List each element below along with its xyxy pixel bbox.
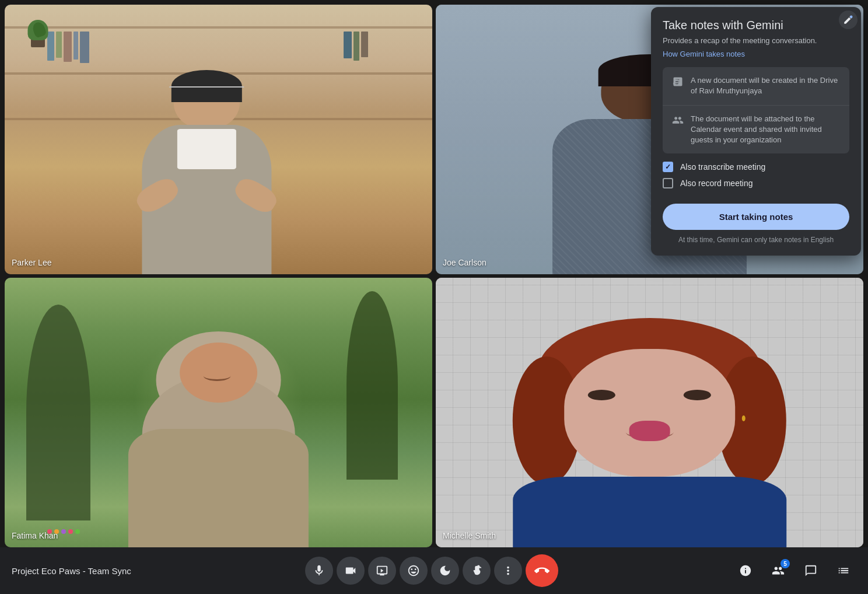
participant-name-fatima: Fatima Khan [12, 531, 58, 540]
gemini-panel-subtitle: Provides a recap of the meeting conversa… [663, 36, 849, 46]
drive-icon [672, 76, 684, 88]
more-options-icon [502, 564, 514, 577]
mic-button[interactable] [305, 557, 333, 585]
fatima-bg [5, 278, 432, 547]
activities-icon [837, 564, 850, 577]
raise-hand-button[interactable] [463, 557, 491, 585]
people-button[interactable]: 5 [765, 558, 791, 583]
video-area: Parker Lee [0, 0, 868, 547]
raise-hand-icon [470, 564, 483, 577]
effects-icon [439, 564, 452, 577]
info-cards: A new document will be created in the Dr… [663, 67, 849, 153]
meeting-info-button[interactable] [733, 558, 758, 583]
gemini-icon-button[interactable] [839, 11, 858, 29]
video-cell-michelle: Michelle Smith [436, 278, 863, 547]
end-call-icon [534, 563, 550, 578]
checkbox-transcribe-row[interactable]: ✓ Also transcribe meeting [663, 162, 849, 172]
bottom-controls [131, 554, 733, 587]
bottom-bar: Project Eco Paws - Team Sync [0, 547, 868, 594]
checkboxes: ✓ Also transcribe meeting Also record me… [663, 162, 849, 188]
info-card-drive: A new document will be created in the Dr… [663, 67, 849, 104]
effects-button[interactable] [431, 557, 459, 585]
mic-icon [313, 564, 326, 577]
end-call-button[interactable] [526, 554, 558, 587]
video-cell-fatima: Fatima Khan [5, 278, 432, 547]
emoji-button[interactable] [400, 557, 428, 585]
info-icon [739, 564, 752, 577]
chat-icon [804, 564, 817, 577]
chat-button[interactable] [798, 558, 824, 583]
more-options-button[interactable] [494, 557, 522, 585]
info-card-drive-text: A new document will be created in the Dr… [691, 75, 840, 96]
checkbox-transcribe-box[interactable]: ✓ [663, 162, 673, 172]
michelle-bg [436, 278, 863, 547]
participant-name-parker: Parker Lee [12, 258, 51, 267]
parker-bg [5, 5, 432, 274]
bottom-right-controls: 5 [733, 558, 856, 583]
checkbox-record-label: Also record meeting [680, 179, 753, 188]
emoji-icon [407, 564, 420, 577]
start-taking-notes-button[interactable]: Start taking notes [663, 204, 849, 230]
people-badge: 5 [780, 559, 790, 568]
camera-icon [344, 564, 357, 577]
checkbox-transcribe-label: Also transcribe meeting [680, 162, 765, 172]
english-only-note: At this time, Gemini can only take notes… [663, 236, 849, 244]
gemini-how-link[interactable]: How Gemini takes notes [663, 50, 745, 58]
gemini-panel-title: Take notes with Gemini [663, 19, 849, 32]
svg-point-0 [850, 16, 853, 19]
info-card-calendar-text: The document will be attached to the Cal… [691, 114, 840, 146]
info-card-calendar: The document will be attached to the Cal… [663, 105, 849, 154]
main-container: Parker Lee [0, 0, 868, 594]
video-cell-parker: Parker Lee [5, 5, 432, 274]
checkbox-transcribe-check: ✓ [665, 163, 671, 170]
checkbox-record-box[interactable] [663, 178, 673, 188]
participant-name-joe: Joe Carlson [443, 258, 487, 267]
pencil-star-icon [843, 15, 853, 25]
checkbox-record-row[interactable]: Also record meeting [663, 178, 849, 188]
participant-name-michelle: Michelle Smith [443, 531, 496, 540]
gemini-panel: Take notes with Gemini Provides a recap … [651, 7, 861, 256]
camera-button[interactable] [337, 557, 365, 585]
activities-button[interactable] [831, 558, 856, 583]
present-icon [376, 564, 388, 577]
meeting-title: Project Eco Paws - Team Sync [12, 566, 131, 576]
present-button[interactable] [368, 557, 396, 585]
calendar-people-icon [672, 114, 684, 126]
